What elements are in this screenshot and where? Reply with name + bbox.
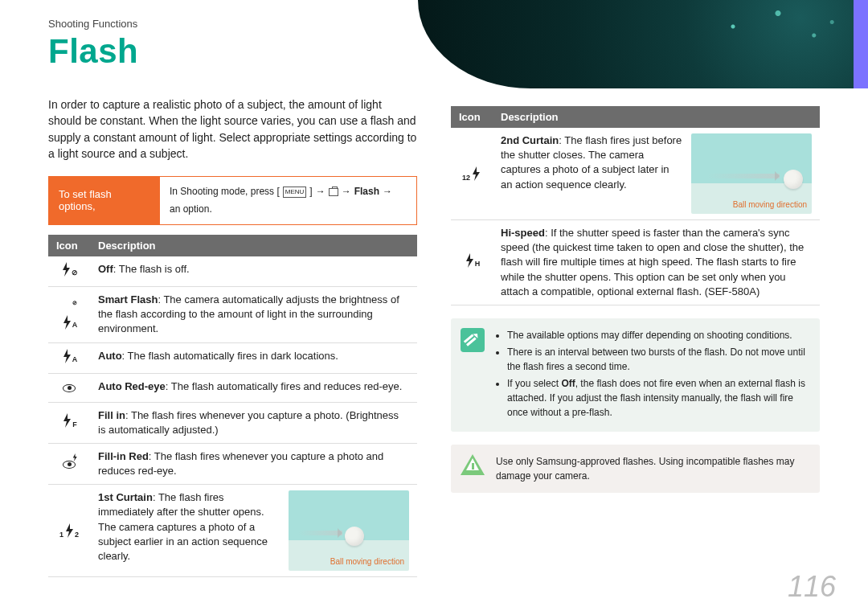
page-number: 116 [788,570,836,604]
list-item: There is an interval between two bursts … [507,345,807,374]
row-bold: Hi-speed [501,227,545,239]
table-row: ⊘ Off: The flash is off. [48,256,417,287]
ball-icon [784,170,803,189]
red-eye-icon [63,384,76,392]
first-curtain-icon: 12 [59,523,79,538]
row-text: : The flash automatically fires and redu… [166,380,403,392]
row-bold: Fill in [98,409,125,421]
row-bold: Auto [98,350,122,362]
warning-icon [461,454,485,477]
fill-in-icon: F [61,413,77,428]
th-desc: Description [493,106,820,128]
breadcrumb: Shooting Functions [48,18,137,30]
table-row: H Hi-speed: If the shutter speed is fast… [451,220,820,305]
row-text: : If the shutter speed is faster than th… [501,227,804,297]
row-bold: Auto Red-eye [98,380,166,392]
arrow-icon: → [342,185,351,199]
option-tab: To set flash options, [49,177,160,224]
header-banner [418,0,868,88]
row-bold: Fill-in Red [98,450,149,462]
row-bold: Off [98,263,113,275]
row-text: : The flash fires whenever you capture a… [98,409,399,436]
smart-flash-icon: ⊘A [61,296,78,330]
opt-text: an option. [170,203,212,216]
table-row: Auto Red-eye: The flash automatically fi… [48,373,417,402]
motion-arrow-icon [707,174,780,178]
motion-arrow-icon [298,531,342,535]
accent-stripe [854,0,868,88]
pen-note-icon [461,328,485,352]
opt-text: In Shooting mode, press [ [170,185,280,199]
second-curtain-icon: 12 [462,166,481,181]
page-title: Flash [48,32,138,71]
thumbnail-caption: Ball moving direction [733,199,807,211]
list-item: If you select Off, the flash does not fi… [507,376,807,420]
row-bold: 1st Curtain [98,491,153,503]
flash-options-table-right: Icon Description 12 2nd Curtain: The fla… [451,106,820,305]
thumbnail-caption: Ball moving direction [330,556,404,568]
table-row: 12 2nd Curtain: The flash fires just bef… [451,128,820,220]
th-icon: Icon [451,106,493,128]
menu-button-glyph: MENU [283,187,307,198]
note-list: The available options may differ dependi… [496,328,807,422]
row-text: : The flash automatically fires in dark … [122,350,338,362]
intro-paragraph: In order to capture a realistic photo of… [48,96,417,162]
second-curtain-thumbnail: Ball moving direction [691,133,812,214]
table-row: Fill-in Red: The flash fires whenever yo… [48,443,417,484]
warning-box: Use only Samsung-approved flashes. Using… [451,445,820,493]
table-row: ⊘A Smart Flash: The camera automatically… [48,286,417,342]
opt-text: ] [309,185,312,199]
camera-icon [329,188,338,196]
table-row: F Fill in: The flash fires whenever you … [48,402,417,443]
hi-speed-flash-icon: H [464,253,481,268]
fill-in-red-icon [63,456,76,473]
right-column: Icon Description 12 2nd Curtain: The fla… [451,96,820,577]
opt-flash: Flash [354,185,379,199]
option-instructions: In Shooting mode, press [ MENU ] → → Fla… [160,177,416,224]
set-flash-options-box: To set flash options, In Shooting mode, … [48,176,417,225]
th-desc: Description [90,235,417,256]
table-row: 12 1st Curtain: The flash fires immediat… [48,485,417,577]
note-box: The available options may differ dependi… [451,318,820,432]
list-item: The available options may differ dependi… [507,328,807,342]
row-text: : The flash is off. [113,263,190,275]
flash-off-icon: ⊘ [60,262,78,277]
ball-icon [345,527,364,546]
row-bold: Smart Flash [98,293,158,305]
table-row: A Auto: The flash automatically fires in… [48,342,417,373]
left-column: In order to capture a realistic photo of… [48,96,417,577]
arrow-icon: → [316,185,326,199]
warning-text: Use only Samsung-approved flashes. Using… [496,454,807,483]
auto-flash-icon: A [61,349,78,363]
row-bold: 2nd Curtain [501,134,559,146]
first-curtain-thumbnail: Ball moving direction [289,490,409,571]
arrow-icon: → [383,185,392,199]
th-icon: Icon [48,235,90,256]
flash-options-table-left: Icon Description ⊘ Off: The flash is off… [48,235,417,577]
